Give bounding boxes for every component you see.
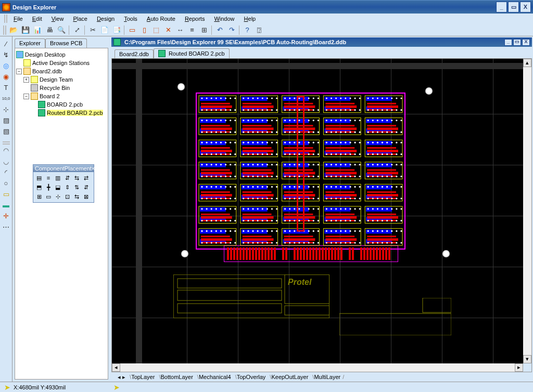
swap-icon[interactable]: ⇆ [72,192,81,201]
horizontal-scrollbar[interactable]: ◂ ▸ [112,363,531,372]
toolstrip-grip[interactable] [3,141,10,145]
maximize-button[interactable]: ▭ [508,2,519,12]
pcb-canvas[interactable]: Protel [112,59,523,363]
menubar-grip[interactable] [4,15,7,23]
pad-tool-icon[interactable]: ◎ [1,60,11,71]
menu-file[interactable]: File [9,15,27,23]
tree-ddb[interactable]: Board2.ddb [32,68,62,74]
menu-edit[interactable]: Edit [28,15,46,23]
align-left-icon[interactable]: ▤ [34,173,44,182]
layer-tab-topoverlay[interactable]: TopOverlay [233,374,268,380]
dimension-tool-icon[interactable]: 10,0 [1,93,11,103]
grid-icon[interactable]: ⊞ [198,24,210,36]
doc-max-button[interactable]: ▭ [513,39,521,46]
tab-explorer[interactable]: Explorer [15,38,45,48]
collapse-icon[interactable]: − [16,69,22,74]
room-tool-icon[interactable]: ▬ [1,200,11,210]
polygon-tool-icon[interactable]: ▧ [1,126,11,136]
scroll-right-icon[interactable]: ▸ [515,363,523,372]
tree-pcb1[interactable]: BOARD 2.pcb [47,101,83,108]
redo-icon[interactable]: ↷ [226,24,237,36]
rect-tool-icon[interactable]: ▭ [1,189,11,199]
menu-help[interactable]: Help [240,15,260,23]
rect-arrange-icon[interactable]: ▭ [44,192,53,201]
select-all-icon[interactable]: ⬚ [150,24,162,36]
tree-board[interactable]: Board 2 [40,93,60,99]
layer-tab-mechanical4[interactable]: Mechanical4 [195,374,233,380]
string-tool-icon[interactable]: ⋯ [1,221,11,232]
align-center-h-icon[interactable]: ≡ [44,173,53,182]
align-center-v-icon[interactable]: ╋ [44,182,53,192]
space-h-inc-icon[interactable]: ⇆ [72,173,81,182]
fill-tool-icon[interactable]: ▨ [1,115,11,125]
array-icon[interactable]: ⊠ [81,192,91,201]
zoom-in-icon[interactable]: 🔍 [56,24,67,36]
origin-tool-icon[interactable]: ⊹ [1,104,11,114]
text-tool-icon[interactable]: T [1,82,11,93]
via-tool-icon[interactable]: ◉ [1,71,11,82]
minimize-button[interactable]: _ [496,2,507,12]
open-icon[interactable]: 📂 [8,24,19,36]
vertical-scrollbar[interactable]: ▴ ▾ [523,59,531,363]
collapse-icon[interactable]: − [23,94,29,99]
tree-stations[interactable]: Active Design Stations [32,60,90,66]
toolwindow-close-icon[interactable]: × [92,165,95,172]
align-bottom-icon[interactable]: ⬓ [53,182,62,192]
space-v-dec-icon[interactable]: ⇵ [81,182,91,192]
scroll-track[interactable] [523,67,531,355]
close-button[interactable]: X [520,2,531,12]
scroll-down-icon[interactable]: ▾ [523,355,531,363]
deselect-icon[interactable]: ✕ [162,24,174,36]
toolwindow-title[interactable]: ComponentPlacement [35,165,92,172]
arc-cw-tool-icon[interactable]: ◠ [1,145,11,155]
undo-icon[interactable]: ↶ [214,24,225,36]
line-tool-icon[interactable]: ∕ [1,38,11,49]
tab-routed-board2[interactable]: Routed BOARD 2.pcb [154,48,230,58]
toolbar-grip[interactable] [3,25,6,35]
whatsthis-icon[interactable]: ⍰ [253,24,265,36]
tree-team[interactable]: Design Team [40,76,73,83]
trace-tool-icon[interactable]: ↯ [1,49,11,60]
chart-icon[interactable]: 📊 [32,24,43,36]
expand-icon[interactable]: + [23,77,29,83]
select-rect-icon[interactable]: ▭ [126,24,138,36]
snap-grid-icon[interactable]: ⊡ [62,192,72,201]
component-placement-toolwindow[interactable]: ComponentPlacement× ▤ ≡ ▥ ⇵ ⇆ ⇄ ⬒ ╋ ⬓ ⇕ … [33,164,94,203]
space-h-dec-icon[interactable]: ⇄ [81,173,91,182]
crosshair-tool-icon[interactable]: ✛ [1,211,11,221]
move-to-grid-icon[interactable]: ⊹ [53,192,62,201]
distribute-h-icon[interactable]: ⇵ [62,173,72,182]
scroll-track[interactable] [120,363,515,372]
layer-tab-toplayer[interactable]: TopLayer [128,374,157,380]
select-outside-icon[interactable]: ▯ [138,24,150,36]
scroll-left-icon[interactable]: ◂ [112,363,120,372]
menu-place[interactable]: Place [69,15,92,23]
distribute-v-icon[interactable]: ⇕ [62,182,72,192]
space-v-inc-icon[interactable]: ⇅ [72,182,81,192]
room-arrange-icon[interactable]: ⊞ [34,192,44,201]
menu-view[interactable]: View [47,15,68,23]
document-icon[interactable]: 📄 [99,24,110,36]
project-tree[interactable]: Design Desktop Active Design Stations −B… [15,48,108,380]
layers-icon[interactable]: 📑 [111,24,122,36]
layer-tab-multilayer[interactable]: MultiLayer [310,374,342,380]
move-icon[interactable]: ↔ [174,24,186,36]
circle-tool-icon[interactable]: ○ [1,178,11,188]
align-icon[interactable]: ≡ [186,24,198,36]
layer-tab-keepout[interactable]: KeepOutLayer [268,374,310,380]
doc-min-button[interactable]: _ [504,39,512,46]
align-top-icon[interactable]: ⬒ [34,182,44,192]
arc-edge-tool-icon[interactable]: ◜ [1,167,11,177]
menu-reports[interactable]: Reports [181,15,209,23]
menu-window[interactable]: Window [210,15,238,23]
tab-board2-ddb[interactable]: Board2.ddb [115,49,154,58]
scroll-up-icon[interactable]: ▴ [523,59,531,67]
arc-ccw-tool-icon[interactable]: ◡ [1,156,11,166]
doc-close-button[interactable]: X [522,39,530,46]
menu-autoroute[interactable]: Auto Route [143,15,180,23]
help-icon[interactable]: ? [242,24,253,36]
tab-browse-pcb[interactable]: Browse PCB [45,38,87,48]
save-icon[interactable]: 💾 [20,24,31,36]
zoom-fit-icon[interactable]: ⤢ [71,24,83,36]
tree-bin[interactable]: Recycle Bin [40,85,70,91]
